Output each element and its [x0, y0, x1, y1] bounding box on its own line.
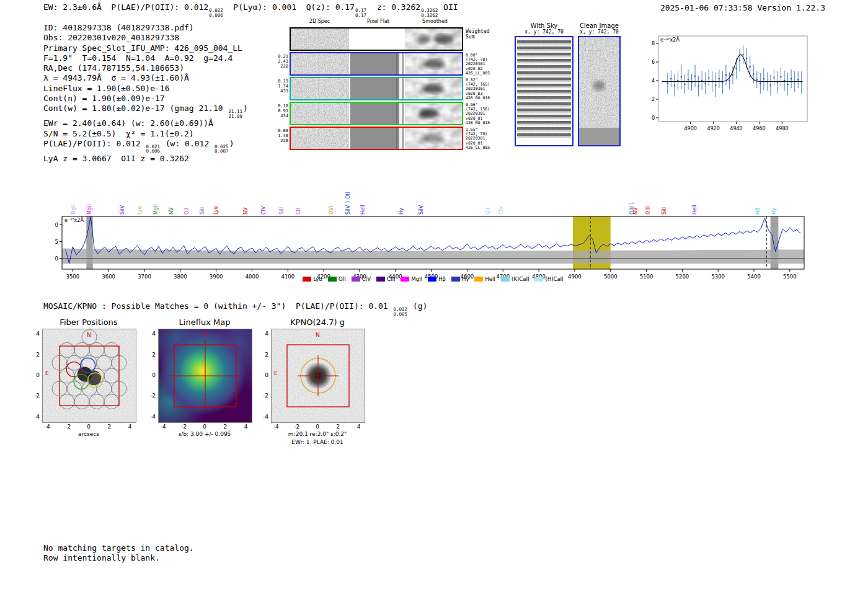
svg-text:4940: 4940	[730, 126, 742, 131]
legend-swatch	[474, 277, 483, 282]
info-line: P(LAE)/P(OII): 0.012 0.0210.006 (w: 0.01…	[43, 139, 248, 154]
legend-swatch	[428, 277, 436, 282]
x-tick-label: -4	[270, 424, 282, 430]
clean-image-coords: x, y: 742, 70	[578, 29, 621, 35]
svg-text:4: 4	[652, 78, 655, 84]
catalog-match-line: MOSAIC/KPNO : Possible Matches = 0 (with…	[43, 301, 427, 316]
y-tick-label: 2	[142, 352, 156, 358]
y-tick-label: 4	[26, 331, 40, 337]
info-line: EWr = 2.40(±0.64) (w: 2.60(±0.69))Å	[43, 118, 248, 128]
legend-swatch	[534, 277, 543, 282]
svg-text:4980: 4980	[776, 126, 788, 131]
x-tick-label: -4	[157, 424, 169, 430]
info-line: LineFlux = 1.90(±0.50)e-16	[43, 84, 248, 94]
row-scale-values: 0.081.40220	[272, 128, 288, 144]
legend-swatch	[352, 277, 360, 282]
legend-item: CIV	[352, 276, 371, 282]
x-tick-label: 4	[124, 424, 136, 430]
svg-text:8: 8	[652, 41, 655, 47]
x-tick-label: 2	[103, 424, 115, 430]
y-tick-label: 0	[142, 372, 156, 378]
info-line: Cont(n) = 1.90(±0.09)e-17	[43, 94, 248, 104]
x-tick-label: 0	[311, 424, 324, 430]
y-tick-label: 0	[255, 372, 268, 378]
x-tick-label: -2	[62, 424, 74, 430]
emission-line-labels: MgIIMgIISiIVLyαMgIINVOIISiIILyαNVCIVSiII…	[0, 172, 868, 216]
lineflux-overlay	[159, 329, 252, 422]
row-annotation: 1.55"(742, 70)20220301v020_01426_LL_005	[466, 128, 497, 150]
info-line: LyA z = 3.0667 OII z = 0.3262	[43, 154, 248, 164]
x-tick-label: 4	[353, 424, 365, 430]
clean-image-box	[578, 36, 621, 146]
lineflux-map-title: Lineflux Map	[158, 318, 251, 327]
kpno-title: KPNO(24.7) g	[271, 318, 364, 327]
detection-info-block: ID: 4018297338 (4018297338.pdf)Obs: 2022…	[43, 23, 248, 164]
col-header-smoothed: Smoothed	[407, 19, 463, 24]
compass-north-label: N	[203, 331, 207, 337]
kpno-panel: KPNO(24.7) g N E m:20.1 re:2.0" s:0.2" E…	[255, 318, 391, 448]
2d-spec-row: 0.212.432200.80"(742, 70)20220301v020_02…	[290, 52, 463, 76]
line-fit-inset-plot: 4900492049404960498002468e⁻¹⁷x2Å	[644, 31, 812, 133]
2d-spec-rows: WeightedSum0.212.432200.80"(742, 70)2022…	[290, 27, 463, 151]
legend-item: (H)CaII	[534, 276, 563, 282]
fiber-strip-image	[516, 37, 572, 145]
x-tick-label: 2	[332, 424, 344, 430]
sup-sub-value: 0.0220.005	[394, 307, 408, 316]
sup-sub-value: 0.0250.007	[215, 144, 229, 154]
row-scale-values: 0.191.74433	[272, 79, 288, 94]
sup-sub-value: 0.32620.3262	[421, 8, 438, 17]
kpno-xlabel2: EWr: 1. PLAE: 0.01	[259, 439, 376, 445]
info-line: S/N = 5.2(±0.5) χ² = 1.1(±0.2)	[43, 129, 248, 139]
info-line: ID: 4018297338 (4018297338.pdf)	[43, 23, 248, 33]
kpno-image: N E	[271, 329, 365, 423]
x-tick-label: -2	[291, 424, 303, 430]
summary-header: EW: 2.3±0.6Å P(LAE)/P(OII): 0.0120.0220.…	[43, 2, 458, 17]
row-annotation: 0.80"(742, 70)20220301v020_02426_LL_005	[466, 53, 497, 76]
svg-text:5: 5	[55, 239, 58, 245]
fiber-positions-xlabel: arcsecs	[30, 431, 148, 437]
y-tick-label: 2	[26, 352, 40, 358]
2d-spec-row: 0.081.402201.55"(742, 70)20220301v020_01…	[290, 127, 463, 150]
y-tick-label: -4	[26, 414, 40, 420]
legend-item: Hβ	[428, 276, 446, 282]
y-tick-label: -4	[255, 414, 268, 420]
clean-noise-image	[579, 37, 619, 145]
x-tick-label: 0	[82, 424, 95, 430]
svg-text:0: 0	[55, 256, 58, 262]
svg-text:0: 0	[652, 115, 655, 121]
y-tick-label: -2	[26, 393, 40, 399]
kpno-graphic	[272, 329, 365, 422]
svg-text:e⁻¹⁷x2Å: e⁻¹⁷x2Å	[660, 36, 680, 43]
fiber-positions-image: N E	[42, 329, 136, 423]
info-line: F=1.9" T=0.154 N=1.04 A=0.92 g=24.4	[43, 53, 248, 63]
svg-text:4960: 4960	[753, 126, 765, 131]
row-scale-values: 0.180.91434	[272, 104, 288, 119]
sup-sub-value: 0.170.17	[355, 8, 366, 17]
sup-sub-value: 21.1121.09	[228, 109, 242, 118]
col-header-pixelflat: Pixel Flat	[351, 19, 405, 24]
sup-sub-value: 0.0220.006	[209, 8, 223, 17]
info-line: RA,Dec (174.787155,54.186653)	[43, 63, 248, 73]
2d-spec-row: 0.191.744330.82"(742, 165)20220301v020_0…	[290, 77, 463, 100]
col-header-2dspec: 2D Spec	[290, 19, 350, 24]
2d-spec-row: 0.180.914340.96"(742, 156)20220301v020_0…	[290, 102, 463, 125]
svg-text:6: 6	[652, 60, 655, 65]
legend-item: MgII	[401, 276, 422, 282]
y-tick-label: 0	[26, 372, 40, 378]
legend-swatch	[401, 277, 409, 282]
svg-text:e⁻¹⁷x2Å: e⁻¹⁷x2Å	[64, 216, 84, 223]
weighted-sum-label: WeightedSum	[466, 29, 497, 40]
y-tick-label: 2	[255, 352, 268, 358]
clean-image-panel: Clean Image x, y: 742, 70	[578, 22, 621, 146]
legend-item: HeII	[474, 276, 495, 282]
compass-east-label: E	[45, 370, 49, 376]
legend-swatch	[303, 277, 311, 282]
fiber-positions-title: Fiber Positions	[42, 318, 135, 327]
svg-text:10: 10	[55, 222, 58, 228]
footer-notes: No matching targets in catalog. Row inte…	[43, 543, 194, 562]
with-sky-coords: x, y: 742, 70	[515, 29, 574, 35]
footer-line: Row intentionally blank.	[43, 553, 194, 563]
legend-item: CIII	[376, 276, 395, 282]
y-tick-label: -2	[142, 393, 156, 399]
spectrum-legend: LyαOIICIVCIIIMgIIHβHγHeII(K)CaII(H)CaII	[62, 276, 804, 282]
